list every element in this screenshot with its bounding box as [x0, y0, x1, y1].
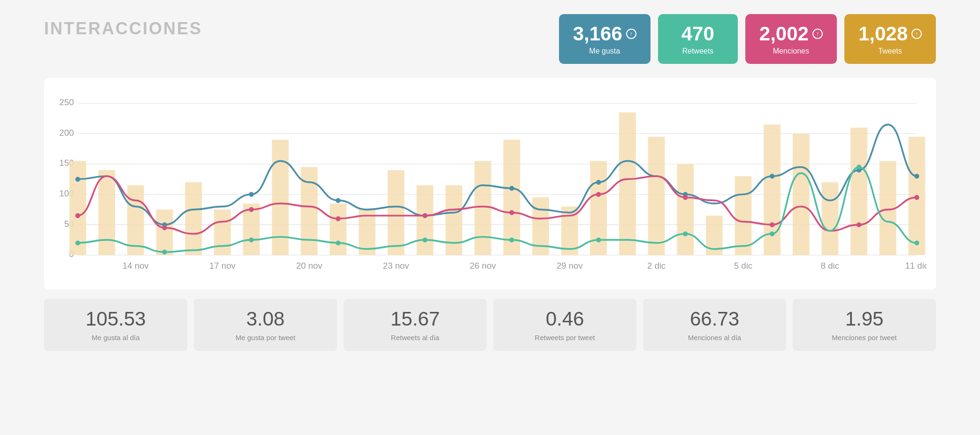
svg-point-67	[509, 186, 514, 191]
bottom-label: Retweets al día	[351, 334, 480, 342]
bottom-value: 66.73	[650, 308, 779, 330]
bottom-label: Retweets por tweet	[500, 334, 629, 342]
svg-point-52	[76, 177, 80, 182]
svg-text:200: 200	[59, 128, 74, 138]
bottom-card-retweets-dia: 15.67 Retweets al día	[344, 299, 487, 351]
svg-point-77	[770, 222, 774, 227]
bottom-card-menciones-dia: 66.73 Menciones al día	[643, 299, 786, 351]
svg-point-78	[770, 232, 774, 237]
svg-point-84	[914, 241, 919, 245]
bottom-card-me-gusta-dia: 105.53 Me gusta al día	[44, 299, 187, 351]
arrow-up-icon	[812, 29, 823, 39]
svg-point-71	[596, 192, 601, 197]
stat-value: 470	[672, 23, 724, 45]
bottom-label: Me gusta por tweet	[201, 334, 330, 342]
bottom-value: 0.46	[500, 308, 629, 330]
svg-point-60	[249, 237, 253, 242]
svg-rect-33	[677, 164, 694, 255]
arrow-up-icon	[626, 29, 636, 39]
svg-text:2 dic: 2 dic	[647, 261, 666, 271]
svg-text:20 nov: 20 nov	[296, 261, 322, 271]
title-block: INTERACCIONES	[44, 14, 202, 39]
svg-rect-31	[619, 112, 636, 255]
svg-rect-32	[648, 137, 665, 255]
bottom-card-menciones-tweet: 1.95 Menciones por tweet	[793, 299, 936, 351]
bottom-value: 3.08	[201, 308, 330, 330]
stat-card-tweets: 1,028 Tweets	[844, 14, 936, 64]
dashboard: INTERACCIONES 3,166 Me gusta 470 Retweet…	[44, 14, 936, 351]
svg-rect-38	[822, 182, 839, 255]
header-row: INTERACCIONES 3,166 Me gusta 470 Retweet…	[44, 14, 936, 64]
svg-rect-17	[214, 210, 231, 255]
stat-value: 2,002	[759, 23, 823, 45]
svg-point-63	[336, 241, 340, 245]
svg-point-66	[422, 237, 427, 242]
svg-rect-25	[445, 185, 462, 255]
svg-point-58	[249, 192, 253, 197]
svg-rect-24	[417, 185, 434, 255]
bottom-card-retweets-tweet: 0.46 Retweets por tweet	[493, 299, 636, 351]
bottom-label: Me gusta al día	[51, 334, 180, 342]
svg-rect-21	[330, 203, 347, 255]
bottom-label: Menciones por tweet	[800, 334, 929, 342]
stat-label: Menciones	[759, 47, 823, 55]
svg-point-57	[162, 249, 167, 255]
chart-svg-wrapper: 05010015020025014 nov17 nov20 nov23 nov2…	[54, 87, 926, 285]
bottom-stats: 105.53 Me gusta al día 3.08 Me gusta por…	[44, 299, 936, 351]
svg-point-83	[914, 195, 919, 200]
svg-point-65	[422, 213, 427, 218]
page-title: INTERACCIONES	[44, 19, 202, 39]
svg-point-69	[509, 237, 514, 242]
svg-point-56	[162, 225, 167, 231]
svg-point-54	[76, 241, 80, 245]
svg-text:17 nov: 17 nov	[209, 261, 236, 271]
svg-text:23 nov: 23 nov	[383, 261, 409, 271]
stat-label: Tweets	[858, 47, 922, 55]
svg-rect-14	[127, 185, 144, 255]
chart-container: 05010015020025014 nov17 nov20 nov23 nov2…	[44, 78, 936, 289]
svg-text:26 nov: 26 nov	[470, 261, 496, 271]
svg-point-70	[596, 180, 601, 185]
svg-rect-15	[156, 210, 173, 255]
svg-rect-13	[98, 170, 115, 255]
svg-rect-23	[388, 170, 405, 255]
stat-card-retweets: 470 Retweets	[658, 14, 738, 64]
svg-text:14 nov: 14 nov	[122, 261, 149, 271]
svg-point-76	[770, 174, 774, 179]
svg-rect-39	[850, 128, 867, 255]
svg-text:8 dic: 8 dic	[821, 261, 839, 271]
svg-rect-16	[185, 182, 202, 255]
svg-point-62	[336, 216, 340, 221]
stat-value: 1,028	[858, 23, 922, 45]
svg-text:5 dic: 5 dic	[734, 261, 752, 271]
svg-point-68	[509, 210, 514, 215]
svg-rect-35	[735, 176, 752, 255]
bottom-value: 15.67	[351, 308, 480, 330]
svg-text:29 nov: 29 nov	[557, 261, 583, 271]
stat-label: Retweets	[672, 47, 724, 55]
svg-point-53	[76, 213, 80, 218]
svg-text:250: 250	[59, 97, 74, 107]
svg-point-75	[683, 232, 688, 237]
stat-card-menciones: 2,002 Menciones	[745, 14, 837, 64]
svg-rect-26	[475, 161, 491, 255]
bottom-card-me-gusta-tweet: 3.08 Me gusta por tweet	[194, 299, 337, 351]
svg-point-61	[336, 198, 340, 203]
svg-point-74	[683, 195, 688, 200]
svg-rect-37	[793, 134, 810, 255]
stat-value: 3,166	[573, 23, 636, 45]
svg-text:11 dic: 11 dic	[905, 261, 926, 271]
svg-point-72	[596, 237, 601, 242]
stat-card-me-gusta: 3,166 Me gusta	[559, 14, 651, 64]
bottom-value: 1.95	[800, 308, 929, 330]
stat-label: Me gusta	[573, 47, 636, 55]
arrow-up-icon	[911, 29, 922, 39]
bottom-label: Menciones al día	[650, 334, 779, 342]
svg-point-82	[914, 174, 919, 179]
svg-point-81	[857, 164, 861, 170]
bottom-value: 105.53	[51, 308, 180, 330]
stat-cards: 3,166 Me gusta 470 Retweets 2,002 Mencio…	[559, 14, 936, 64]
svg-point-59	[249, 207, 253, 212]
svg-point-80	[857, 222, 861, 227]
